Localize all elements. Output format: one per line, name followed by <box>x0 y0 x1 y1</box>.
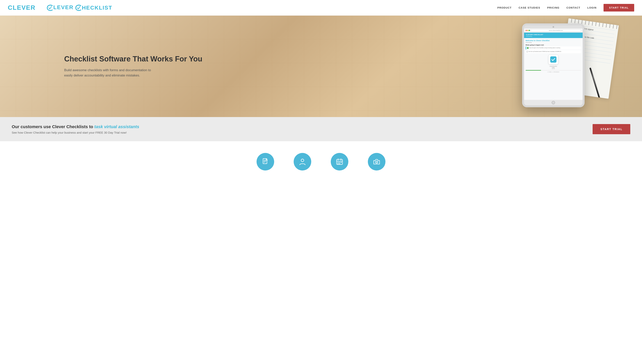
nav-links: PRODUCT CASE STUDIES PRICING CONTACT LOG… <box>497 4 634 12</box>
tablet-row-content: Items through to the Checklists and get … <box>527 47 580 49</box>
document-icon <box>261 158 269 166</box>
hero-content: Checklist Software That Works For You Bu… <box>0 54 202 78</box>
tablet-progress-fill <box>526 70 541 70</box>
tablet-app-icon <box>548 54 558 64</box>
nav-login[interactable]: LOGIN <box>587 6 596 9</box>
svg-rect-11 <box>338 162 339 163</box>
tablet-mockup: secure.cleverchecklist.com CLEVER CHECKL… <box>522 24 585 107</box>
tablet-app-logo: CLEVER CHECKLIST <box>526 34 581 36</box>
logo-text: LEVER HECKLIST <box>47 4 112 12</box>
cta-band: Our customers use Clever Checklists to t… <box>0 117 642 141</box>
cta-text-block: Our customers use Clever Checklists to t… <box>12 124 139 134</box>
tablet-item-text-1: Items through to the Checklists and get … <box>529 47 560 48</box>
navbar: CLEVER LEVER HECKLIST <box>0 0 642 16</box>
svg-text:CLEVER: CLEVER <box>8 4 36 11</box>
nav-pricing[interactable]: PRICING <box>547 6 560 9</box>
tablet-browser-bar: secure.cleverchecklist.com <box>524 28 583 32</box>
icon-item-document <box>256 153 274 170</box>
tablet-body: secure.cleverchecklist.com CLEVER CHECKL… <box>522 24 585 107</box>
document-icon-circle <box>256 153 274 170</box>
tablet-sensor-bar <box>524 25 583 28</box>
icons-section <box>0 141 642 178</box>
tablet-row-content-2: Use the myChecklist button FORM that hav… <box>526 51 580 52</box>
clever-checklist-app-icon <box>550 56 556 62</box>
hero-image-area: ensure no conflicts appear ommit message… <box>516 20 610 113</box>
tablet-camera <box>553 26 554 28</box>
svg-rect-15 <box>339 163 340 164</box>
tablet-app-name-label: CleverChecklistFREEv3.4.0 <box>526 66 581 69</box>
logo[interactable]: CLEVER LEVER HECKLIST <box>8 3 112 13</box>
tablet-bottom-bar <box>524 100 583 105</box>
tablet-app-header: CLEVER CHECKLIST Onboarding <box>524 32 583 38</box>
calendar-icon <box>336 158 344 166</box>
nav-contact[interactable]: CONTACT <box>566 6 580 9</box>
hero-subtitle: Build awesome checklists with forms and … <box>64 68 158 78</box>
cta-heading-prefix: Our customers use Clever Checklists to <box>12 124 94 129</box>
check-done-icon <box>527 47 529 49</box>
svg-point-6 <box>301 159 304 162</box>
tablet-home-button <box>552 101 555 104</box>
calendar-icon-circle <box>331 153 348 170</box>
nav-case-studies[interactable]: CASE STUDIES <box>519 6 540 9</box>
tablet-section-heading: Whats going to happen next <box>526 44 581 46</box>
icon-item-calendar <box>331 153 348 170</box>
icon-item-person <box>294 153 311 170</box>
cta-subtext: See how Clever Checklist can help your b… <box>12 131 139 134</box>
logo-clever: CLEVER <box>8 3 47 13</box>
person-icon-circle <box>294 153 311 170</box>
svg-rect-14 <box>338 163 339 164</box>
tablet-checklist-row-1: Items through to the Checklists and get … <box>526 46 581 50</box>
tablet-app-content: Welcome to Clever Checklist Onboarding W… <box>524 38 583 100</box>
camera-icon-circle <box>368 153 386 170</box>
svg-rect-1 <box>550 56 556 62</box>
check-empty-icon <box>526 51 528 52</box>
browser-controls <box>526 30 530 31</box>
tablet-progress-label: 1 / DONE • 1 / PROGRESS <box>526 72 581 72</box>
svg-point-17 <box>376 162 377 162</box>
pen <box>589 68 600 99</box>
cta-heading: Our customers use Clever Checklists to t… <box>12 124 139 129</box>
hero-section: Checklist Software That Works For You Bu… <box>0 16 642 117</box>
tablet-checklist-row-2: Use the myChecklist button FORM that hav… <box>526 50 581 53</box>
icon-item-camera <box>368 153 386 170</box>
address-bar: secure.cleverchecklist.com <box>531 29 581 32</box>
tablet-app-subtitle: Onboarding <box>526 36 581 37</box>
tablet-welcome-title: Welcome to Clever Checklist <box>526 40 581 42</box>
hero-title: Checklist Software That Works For You <box>64 54 202 64</box>
cta-heading-highlight: task virtual assistants <box>94 124 139 129</box>
tablet-screen: secure.cleverchecklist.com CLEVER CHECKL… <box>524 28 583 100</box>
nav-product[interactable]: PRODUCT <box>497 6 512 9</box>
nav-start-trial-button[interactable]: START TRIAL <box>603 4 634 12</box>
person-icon <box>298 158 306 166</box>
tablet-item-text-2: Use the myChecklist button FORM that hav… <box>529 51 561 52</box>
tablet-app-icon-area <box>526 54 581 64</box>
tablet-onboarding-label: Onboarding <box>526 42 581 43</box>
camera-icon <box>373 158 381 166</box>
svg-rect-12 <box>339 162 340 163</box>
svg-rect-13 <box>341 162 342 163</box>
cta-start-trial-button[interactable]: START TRIAL <box>593 124 630 134</box>
tablet-progress-bar <box>526 70 581 70</box>
